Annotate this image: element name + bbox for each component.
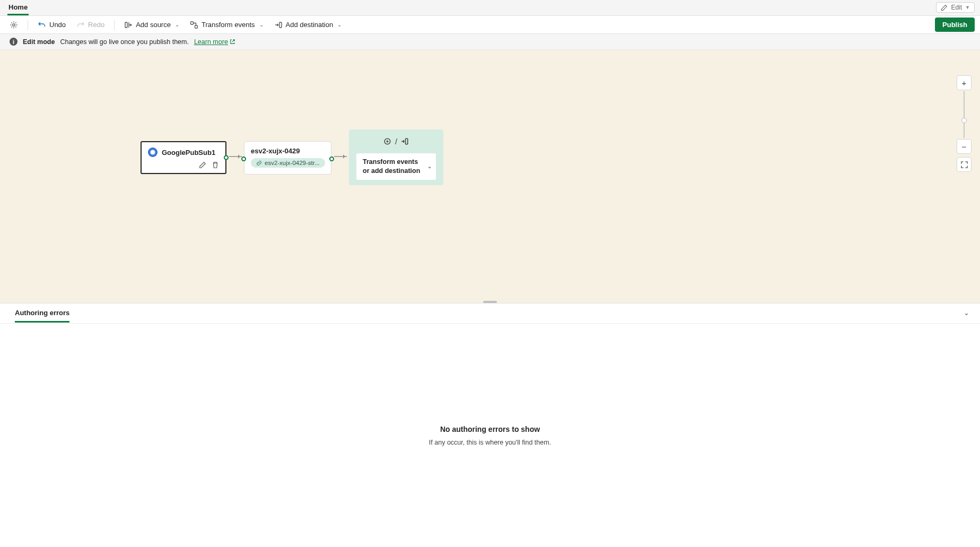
chevron-down-icon: ⌄	[259, 22, 264, 28]
svg-rect-4	[279, 22, 282, 28]
banner-mode: Edit mode	[23, 38, 55, 46]
toolbar: Undo Redo Add source ⌄ Transform events …	[0, 16, 980, 34]
learn-more-link[interactable]: Learn more	[194, 38, 235, 46]
canvas[interactable]: GooglePubSub1 esv2-xujx-0429 esv2-xujx-0…	[0, 50, 980, 303]
edit-mode-banner: i Edit mode Changes will go live once yo…	[0, 34, 980, 50]
tab-home[interactable]: Home	[7, 0, 29, 15]
transform-icon	[383, 137, 392, 146]
redo-button: Redo	[72, 19, 109, 31]
redo-icon	[76, 21, 85, 29]
divider	[28, 20, 28, 30]
out-port[interactable]	[329, 157, 334, 161]
svg-point-0	[13, 23, 15, 25]
add-source-icon	[124, 21, 133, 29]
transform-events-button[interactable]: Transform events ⌄	[186, 19, 268, 31]
info-icon: i	[10, 38, 18, 46]
next-step-label: Transform events or add destination	[363, 158, 420, 175]
settings-button[interactable]	[5, 19, 22, 31]
external-link-icon	[230, 39, 235, 45]
chevron-down-icon: ⌄	[337, 22, 342, 28]
tab-authoring-errors[interactable]: Authoring errors	[15, 304, 69, 323]
trash-icon[interactable]	[212, 161, 219, 169]
pencil-icon	[941, 4, 948, 11]
pencil-icon[interactable]	[199, 161, 206, 169]
svg-rect-2	[190, 22, 193, 24]
bottom-panel: Authoring errors ⌄ No authoring errors t…	[0, 303, 980, 547]
add-destination-button[interactable]: Add destination ⌄	[270, 19, 346, 31]
next-step-dropdown[interactable]: Transform events or add destination ⌄	[356, 153, 436, 180]
node-stream[interactable]: esv2-xujx-0429 esv2-xujx-0429-str...	[244, 141, 331, 175]
empty-state-subtitle: If any occur, this is where you'll find …	[429, 439, 551, 446]
add-destination-icon	[274, 21, 283, 29]
in-port[interactable]	[241, 157, 246, 161]
undo-button[interactable]: Undo	[33, 19, 70, 31]
zoom-slider[interactable]	[964, 91, 965, 138]
banner-message: Changes will go live once you publish th…	[60, 38, 189, 46]
gear-icon	[10, 21, 18, 29]
undo-icon	[38, 21, 46, 29]
empty-state-title: No authoring errors to show	[440, 425, 540, 433]
caret-down-icon: ▼	[965, 5, 970, 10]
out-port[interactable]	[224, 155, 229, 160]
fit-to-screen-button[interactable]	[957, 157, 972, 172]
chevron-down-icon: ⌄	[427, 163, 432, 170]
zoom-out-button[interactable]: −	[957, 139, 972, 154]
add-source-label: Add source	[136, 21, 171, 29]
collapse-panel-button[interactable]: ⌄	[964, 309, 969, 317]
add-destination-label: Add destination	[286, 21, 334, 29]
link-icon	[256, 160, 262, 166]
publish-button[interactable]: Publish	[935, 18, 975, 32]
panel-resize-handle[interactable]	[483, 301, 497, 303]
node-stream-title: esv2-xujx-0429	[251, 147, 325, 155]
zoom-controls: + −	[957, 75, 972, 172]
slash: /	[395, 137, 397, 146]
edit-pill-label: Edit	[951, 4, 962, 11]
google-pubsub-icon	[148, 147, 158, 157]
node-source-title: GooglePubSub1	[162, 149, 215, 157]
undo-label: Undo	[49, 21, 66, 29]
node-next-step[interactable]: / Transform events or add destination ⌄	[349, 129, 443, 185]
stream-chip[interactable]: esv2-xujx-0429-str...	[251, 158, 325, 168]
redo-label: Redo	[88, 21, 104, 29]
stream-chip-label: esv2-xujx-0429-str...	[265, 160, 320, 166]
learn-more-label: Learn more	[194, 38, 228, 46]
destination-icon	[400, 137, 409, 146]
zoom-in-button[interactable]: +	[957, 75, 972, 90]
connector	[229, 156, 242, 157]
transform-label: Transform events	[202, 21, 255, 29]
svg-rect-1	[125, 22, 127, 28]
chevron-down-icon: ⌄	[175, 22, 179, 28]
connector	[334, 156, 347, 157]
zoom-thumb[interactable]	[961, 118, 967, 123]
divider	[114, 20, 115, 30]
fit-icon	[960, 161, 968, 169]
svg-rect-6	[406, 138, 408, 144]
transform-icon	[190, 21, 198, 29]
node-source[interactable]: GooglePubSub1	[141, 141, 226, 174]
add-source-button[interactable]: Add source ⌄	[120, 19, 183, 31]
edit-mode-pill[interactable]: Edit ▼	[936, 2, 975, 13]
svg-rect-3	[195, 25, 197, 28]
